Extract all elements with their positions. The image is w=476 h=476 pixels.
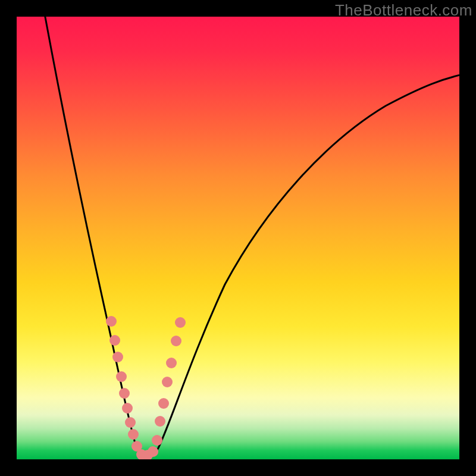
dot <box>125 417 136 428</box>
plot-area <box>17 17 459 459</box>
watermark-text: TheBottleneck.com <box>335 1 472 20</box>
dot <box>152 435 162 446</box>
dot <box>171 336 181 346</box>
dot <box>116 371 127 382</box>
dot <box>122 403 133 414</box>
dot <box>109 335 120 346</box>
dot <box>119 388 130 399</box>
dot <box>106 316 117 327</box>
dot <box>155 416 165 427</box>
sample-dots <box>106 316 186 459</box>
dot <box>166 358 177 368</box>
dot <box>158 398 169 409</box>
bottleneck-curve-right <box>143 73 459 458</box>
dot <box>148 446 158 457</box>
curve-layer <box>17 17 459 459</box>
dot <box>175 317 186 328</box>
chart-frame: TheBottleneck.com <box>0 0 476 476</box>
dot <box>128 429 139 440</box>
dot <box>162 377 173 387</box>
dot <box>112 352 123 362</box>
